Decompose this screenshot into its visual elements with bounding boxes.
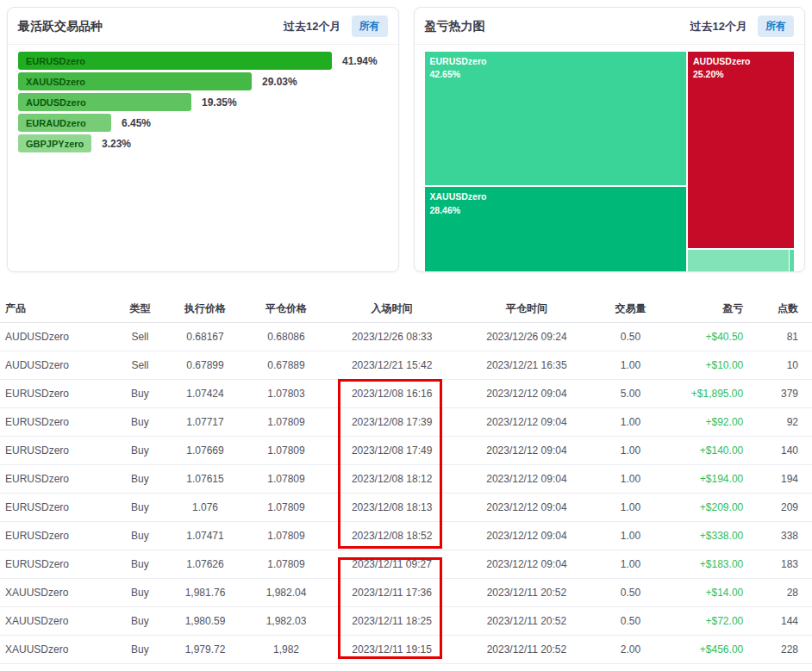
cell-close_time: 2023/12/12 09:04 [456,379,597,407]
cell-product: EURUSDzero [0,521,115,550]
cell-points: 379 [743,379,812,407]
cell-points: 209 [743,493,812,521]
cell-type: Buy [115,407,166,436]
treemap-block-name: AUDUSDzero [693,55,751,68]
cell-points: 92 [743,407,812,436]
cell-open_time: 2023/12/11 09:27 [328,550,456,578]
bar-XAUUSDzero[interactable]: XAUUSDzero [18,72,252,90]
cell-points: 81 [743,322,812,351]
cell-close_time: 2023/12/12 09:04 [456,407,597,436]
cell-close_price: 0.67889 [245,351,328,379]
column-header-product[interactable]: 产品 [0,296,115,322]
bar-row: XAUUSDzero29.03% [18,72,388,90]
cell-pnl: +$1,895.00 [664,379,743,407]
cell-close_time: 2023/12/12 09:04 [456,436,597,464]
cell-volume: 5.00 [597,379,665,407]
cell-product: EURUSDzero [0,436,115,464]
cell-type: Buy [115,436,166,464]
cell-close_time: 2023/12/12 09:04 [456,464,597,493]
cell-open_price: 1.07626 [166,550,245,578]
treemap-block-sliver-block[interactable] [790,250,794,272]
cell-close_time: 2023/12/11 20:52 [456,578,597,606]
cell-product: EURUSDzero [0,379,115,407]
treemap-block-minor-block[interactable] [688,250,789,272]
cell-points: 338 [743,521,812,550]
cell-open_price: 0.67899 [166,351,245,379]
cell-product: XAUUSDzero [0,635,115,663]
cell-pnl: +$14.00 [664,578,743,606]
cell-volume: 1.00 [597,521,665,550]
column-header-open_price[interactable]: 执行价格 [166,296,245,322]
cell-open_time: 2023/12/08 18:13 [328,493,456,521]
cell-product: EURUSDzero [0,407,115,436]
active-products-filter-all-button[interactable]: 所有 [352,16,388,37]
cell-open_time: 2023/12/08 17:49 [328,436,456,464]
bar-value-label: 41.94% [342,55,378,67]
table-row: XAUUSDzeroBuy1,979.721,9822023/12/11 19:… [0,635,812,663]
cell-type: Buy [115,464,166,493]
table-row: AUDUSDzeroSell0.681670.680862023/12/26 0… [0,322,812,351]
cell-type: Sell [115,351,166,379]
cell-pnl: +$40.50 [664,322,743,351]
cell-close_time: 2023/12/11 20:52 [456,606,597,635]
cell-pnl: +$140.00 [664,436,743,464]
cell-close_price: 1,982.04 [245,578,328,606]
bar-AUDUSDzero[interactable]: AUDUSDzero [18,93,191,111]
cell-pnl: +$183.00 [664,550,743,578]
column-header-pnl[interactable]: 盈亏 [664,296,743,322]
table-row: EURUSDzeroBuy1.074241.078032023/12/08 16… [0,379,812,407]
bar-category-label: AUDUSDzero [26,97,86,108]
cell-product: EURUSDzero [0,464,115,493]
cell-open_time: 2023/12/11 17:36 [328,578,456,606]
column-header-volume[interactable]: 交易量 [597,296,665,322]
cell-open_time: 2023/12/21 15:42 [328,351,456,379]
cell-open_time: 2023/12/08 16:16 [328,379,456,407]
bar-GBPJPYzero[interactable]: GBPJPYzero [18,134,91,152]
active-products-chart-area: EURUSDzero41.94%XAUUSDzero29.03%AUDUSDze… [8,45,398,165]
cell-pnl: +$209.00 [664,493,743,521]
bar-EURUSDzero[interactable]: EURUSDzero [18,52,332,70]
cell-open_price: 1,979.72 [166,635,245,663]
cell-type: Buy [115,550,166,578]
cell-open_price: 1,980.59 [166,606,245,635]
treemap-block-EURUSDzero[interactable]: EURUSDzero42.65% [425,52,686,185]
cell-open_price: 1.07669 [166,436,245,464]
bar-EURAUDzero[interactable]: EURAUDzero [18,114,111,132]
treemap-block-percent: 25.20% [693,68,751,81]
treemap-block-label: AUDUSDzero25.20% [693,55,751,81]
cell-close_time: 2023/12/26 09:24 [456,322,597,351]
column-header-type[interactable]: 类型 [115,296,166,322]
cell-close_price: 0.68086 [245,322,328,351]
column-header-close_price[interactable]: 平仓价格 [245,296,328,322]
bar-row: EURAUDzero6.45% [18,114,388,132]
cell-open_price: 0.68167 [166,322,245,351]
treemap-block-name: XAUUSDzero [430,190,487,203]
table-row: EURUSDzeroBuy1.076151.078092023/12/08 18… [0,464,812,493]
cell-points: 10 [743,351,812,379]
cell-open_time: 2023/12/11 19:15 [328,635,456,663]
cell-volume: 1.00 [597,464,665,493]
cell-open_time: 2023/12/26 08:33 [328,322,456,351]
active-products-card-header: 最活跃交易品种 过去12个月 所有 [8,8,398,45]
column-header-close_time[interactable]: 平仓时间 [456,296,597,322]
bar-category-label: XAUUSDzero [26,77,85,87]
cell-close_price: 1,982.03 [245,606,328,635]
column-header-open_time[interactable]: 入场时间 [328,296,456,322]
table-row: EURUSDzeroBuy1.076261.078092023/12/11 09… [0,550,812,578]
pnl-heatmap-treemap: EURUSDzero42.65%XAUUSDzero28.46%AUDUSDze… [425,52,795,272]
table-row: EURUSDzeroBuy1.076691.078092023/12/08 17… [0,436,812,464]
cell-open_time: 2023/12/08 18:52 [328,521,456,550]
pnl-heatmap-filter-all-button[interactable]: 所有 [758,16,794,37]
cell-product: EURUSDzero [0,493,115,521]
cell-close_price: 1.07809 [245,493,328,521]
cell-volume: 1.00 [597,351,665,379]
pnl-heatmap-chart-area: EURUSDzero42.65%XAUUSDzero28.46%AUDUSDze… [415,45,805,272]
column-header-points[interactable]: 点数 [743,296,812,322]
cell-points: 140 [743,436,812,464]
treemap-block-XAUUSDzero[interactable]: XAUUSDzero28.46% [425,187,686,272]
cell-volume: 0.50 [597,578,665,606]
bar-category-label: GBPJPYzero [26,139,84,149]
treemap-block-AUDUSDzero[interactable]: AUDUSDzero25.20% [688,52,794,248]
cell-pnl: +$92.00 [664,407,743,436]
cell-open_time: 2023/12/11 18:25 [328,606,456,635]
